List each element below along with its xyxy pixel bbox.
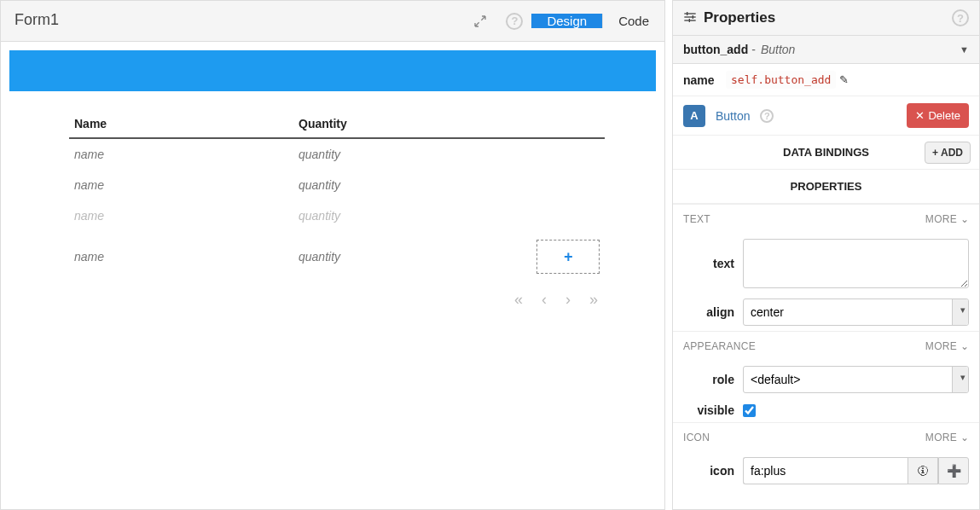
visible-checkbox[interactable] (743, 404, 756, 417)
icon-info-button[interactable]: 🛈 (908, 457, 938, 484)
form-title: Form1 (1, 1, 463, 41)
svg-rect-1 (687, 12, 687, 15)
editor-body: Name Quantity name quantity name quantit… (1, 42, 664, 509)
svg-rect-2 (684, 16, 695, 17)
icon-add-button[interactable]: ➕ (938, 457, 969, 484)
svg-rect-5 (689, 19, 690, 22)
help-icon[interactable]: ? (497, 13, 531, 30)
role-select[interactable] (743, 366, 969, 393)
form-canvas[interactable]: Name Quantity name quantity name quantit… (9, 50, 656, 501)
info-icon: 🛈 (917, 464, 929, 478)
name-row: name self.button_add ✎ (673, 64, 979, 96)
cell-name: name (74, 148, 299, 161)
pagination: « ‹ › » (69, 282, 605, 309)
group-appearance-header: APPEARANCE MORE ⌄ (673, 331, 979, 361)
grid-row[interactable]: name quantity (69, 170, 605, 200)
component-link[interactable]: Button (716, 109, 750, 123)
prop-role-row: role (673, 361, 979, 398)
editor-header-right: ? Design Code (463, 1, 664, 41)
plus-icon: + (932, 147, 941, 159)
pager-prev-icon[interactable]: ‹ (542, 291, 547, 309)
selected-name: button_add (683, 43, 748, 56)
icon-input[interactable] (743, 457, 908, 484)
grid-row[interactable]: name quantity (69, 200, 605, 231)
editor-panel: Form1 ? Design Code Name (0, 0, 665, 510)
more-toggle[interactable]: MORE ⌄ (925, 432, 969, 443)
cell-name: name (74, 250, 299, 264)
prop-visible-row: visible (673, 398, 979, 422)
help-icon[interactable]: ? (952, 9, 969, 26)
plus-circle-icon: ➕ (947, 464, 961, 478)
component-badge: A (683, 105, 705, 127)
tab-design[interactable]: Design (531, 14, 602, 28)
prop-text-row: text (673, 234, 979, 293)
cell-quantity: quantity (299, 209, 523, 223)
chevron-down-icon[interactable]: ▼ (960, 44, 969, 55)
align-select[interactable] (743, 298, 969, 326)
chevron-down-icon: ⌄ (960, 340, 969, 352)
selected-component-bar[interactable]: button_add - Button ▼ (673, 36, 979, 64)
tab-code[interactable]: Code (602, 14, 664, 28)
close-icon: ✕ (915, 109, 925, 122)
cell-name: name (74, 178, 299, 192)
properties-header: Properties ? (673, 1, 979, 36)
name-code[interactable]: self.button_add (726, 71, 836, 89)
cell-name: name (74, 209, 299, 223)
cell-quantity: quantity (299, 148, 523, 161)
delete-button[interactable]: ✕Delete (907, 103, 969, 128)
chevron-down-icon: ⌄ (960, 432, 969, 443)
col-header-name[interactable]: Name (74, 117, 299, 130)
cell-quantity: quantity (299, 178, 523, 192)
svg-rect-0 (684, 13, 695, 14)
add-binding-button[interactable]: + ADD (925, 142, 971, 164)
properties-panel: Properties ? button_add - Button ▼ name … (672, 0, 980, 510)
pager-first-icon[interactable]: « (514, 291, 523, 309)
text-input[interactable] (743, 239, 969, 288)
pager-last-icon[interactable]: » (589, 291, 598, 309)
grid-row[interactable]: name quantity + (69, 231, 605, 282)
editor-header: Form1 ? Design Code (1, 1, 664, 42)
button-add-selected[interactable]: + (536, 240, 600, 274)
data-bindings-header: DATA BINDINGS + ADD (673, 136, 979, 170)
prop-icon-row: icon 🛈 ➕ (673, 452, 979, 490)
properties-section-header: PROPERTIES (673, 170, 979, 204)
grid-header-row: Name Quantity (69, 108, 605, 139)
edit-icon[interactable]: ✎ (839, 73, 849, 86)
pager-next-icon[interactable]: › (565, 291, 571, 309)
expand-icon[interactable] (463, 14, 497, 28)
view-tabs: Design Code (531, 14, 664, 28)
more-toggle[interactable]: MORE ⌄ (925, 213, 969, 225)
col-header-quantity[interactable]: Quantity (299, 117, 523, 130)
chevron-down-icon: ⌄ (960, 213, 969, 225)
component-type-row: A Button ? ✕Delete (673, 96, 979, 136)
group-text-header: TEXT MORE ⌄ (673, 204, 979, 234)
data-grid[interactable]: Name Quantity name quantity name quantit… (9, 91, 656, 317)
plus-icon: + (564, 248, 573, 266)
group-icon-header: ICON MORE ⌄ (673, 422, 979, 452)
grid-row[interactable]: name quantity (69, 139, 605, 170)
name-label: name (683, 73, 726, 87)
more-toggle[interactable]: MORE ⌄ (925, 340, 969, 352)
properties-title: Properties (704, 9, 952, 26)
form-header-bar[interactable] (9, 50, 656, 91)
selected-type: Button (761, 43, 960, 56)
svg-rect-3 (693, 15, 693, 19)
cell-quantity: quantity (299, 250, 523, 264)
sliders-icon (683, 10, 697, 26)
prop-align-row: align (673, 293, 979, 331)
help-icon[interactable]: ? (760, 109, 774, 123)
